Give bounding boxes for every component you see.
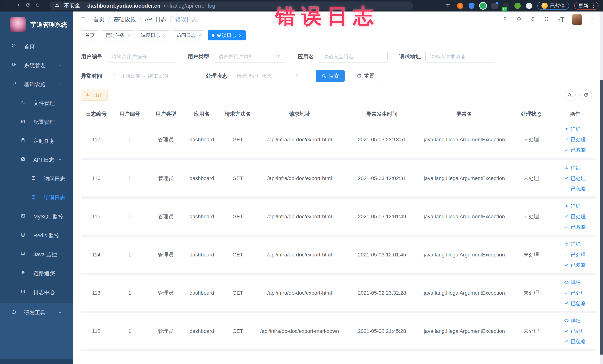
close-icon[interactable]: × bbox=[127, 33, 130, 38]
update-browser-button[interactable]: 更新 bbox=[574, 2, 599, 10]
extension-icon-1[interactable] bbox=[457, 3, 463, 9]
sidebar-item-infrastructure[interactable]: 基础设施 bbox=[0, 75, 73, 94]
check-icon bbox=[564, 339, 569, 344]
extension-icon-2[interactable] bbox=[480, 3, 486, 9]
fullscreen-icon[interactable] bbox=[544, 17, 550, 23]
breadcrumb-separator: / bbox=[108, 16, 110, 23]
sidebar-item-system-management[interactable]: 系统管理 bbox=[0, 56, 73, 75]
search-icon bbox=[568, 93, 572, 97]
sidebar-item-java-monitor[interactable]: Java 监控 bbox=[0, 245, 73, 264]
extension-icon-4[interactable] bbox=[514, 3, 521, 9]
cell-app-name: dashboard bbox=[184, 159, 220, 198]
monitor-icon bbox=[21, 251, 27, 258]
github-icon[interactable] bbox=[517, 17, 523, 23]
cell-log-id: 115 bbox=[81, 198, 112, 236]
detail-link[interactable]: 详细 bbox=[564, 163, 581, 173]
request-url-input[interactable] bbox=[425, 51, 494, 63]
sidebar-item-config-management[interactable]: 配置管理 bbox=[0, 113, 73, 132]
cell-request-url: /api/infra/db-doc/export-html bbox=[256, 274, 343, 312]
exception-time-range-picker[interactable]: 开始日期 - 结束日期 bbox=[107, 70, 194, 82]
extensions-puzzle-icon[interactable] bbox=[526, 3, 532, 9]
sidebar-item-scheduled-tasks[interactable]: 定时任务 bbox=[0, 132, 73, 151]
table-toolbar: 导出 bbox=[81, 89, 596, 101]
edit-icon bbox=[31, 176, 37, 182]
sidebar-item-trace[interactable]: 链路追踪 bbox=[0, 264, 73, 283]
detail-link[interactable]: 详细 bbox=[564, 316, 581, 326]
detail-link[interactable]: 详细 bbox=[564, 201, 581, 211]
cell-actions: 详细 已处理 已忽略 bbox=[555, 274, 596, 312]
bookmark-star-icon[interactable] bbox=[446, 3, 452, 9]
home-button[interactable] bbox=[35, 2, 43, 10]
ignored-link[interactable]: 已忽略 bbox=[564, 260, 586, 270]
detail-link[interactable]: 详细 bbox=[564, 124, 581, 134]
app-name-input[interactable] bbox=[319, 51, 388, 63]
tab-home[interactable]: 首页 bbox=[81, 30, 99, 40]
page-scrollbar[interactable] bbox=[600, 12, 603, 364]
sidebar-item-home[interactable]: 首页 bbox=[0, 37, 73, 56]
user-id-input[interactable] bbox=[107, 51, 176, 63]
search-button[interactable]: 搜索 bbox=[316, 70, 345, 82]
processed-link[interactable]: 已处理 bbox=[564, 250, 586, 260]
reload-button[interactable] bbox=[24, 2, 33, 10]
close-icon[interactable]: × bbox=[198, 33, 201, 38]
ignored-link[interactable]: 已忽略 bbox=[564, 222, 586, 232]
tab-error-log[interactable]: 错误日志 × bbox=[208, 30, 246, 40]
app-logo-row[interactable]: 芋道管理系统 bbox=[0, 12, 73, 37]
sidebar-item-redis-monitor[interactable]: Redis 监控 bbox=[0, 226, 73, 245]
sidebar-item-access-log[interactable]: 访问日志 bbox=[0, 169, 73, 188]
hide-search-button[interactable] bbox=[564, 89, 576, 101]
sidebar-item-api-log[interactable]: API 日志 bbox=[0, 151, 73, 169]
scrollbar-thumb[interactable] bbox=[600, 80, 603, 354]
extension-shield-icon[interactable] bbox=[468, 3, 475, 9]
breadcrumb-api-log[interactable]: API 日志 bbox=[145, 16, 166, 23]
sidebar-item-dev-tools[interactable]: 研发工具 bbox=[0, 303, 73, 322]
avatar[interactable] bbox=[572, 14, 582, 25]
breadcrumb-infrastructure[interactable]: 基础设施 bbox=[114, 16, 136, 23]
extension-icon-3[interactable]: on bbox=[503, 3, 509, 9]
close-icon[interactable]: × bbox=[163, 33, 165, 38]
check-icon bbox=[564, 329, 569, 334]
breadcrumb-home[interactable]: 首页 bbox=[93, 16, 104, 23]
hamburger-icon[interactable] bbox=[81, 17, 87, 23]
processed-link[interactable]: 已处理 bbox=[564, 212, 586, 221]
ignored-link[interactable]: 已忽略 bbox=[564, 337, 586, 346]
cell-user-id: 1 bbox=[112, 236, 148, 274]
table-row: 112 1 管理员 dashboard GET /api/infra/db-do… bbox=[81, 312, 596, 350]
filter-row-1: 用户编号 用户类型 请选择用户类型 应用名 bbox=[81, 51, 596, 63]
back-button[interactable] bbox=[4, 2, 13, 10]
close-icon[interactable]: × bbox=[239, 33, 242, 38]
processed-link[interactable]: 已处理 bbox=[564, 288, 586, 298]
process-status-select[interactable]: 请选择处理状态 bbox=[232, 70, 304, 82]
ignored-link[interactable]: 已忽略 bbox=[564, 145, 586, 155]
tab-access-log[interactable]: 访问日志 × bbox=[172, 30, 205, 40]
sidebar-item-log-center[interactable]: 日志中心 bbox=[0, 283, 73, 302]
check-icon bbox=[564, 291, 569, 295]
browser-menu-icon[interactable] bbox=[592, 3, 594, 9]
sidebar-item-mysql-monitor[interactable]: MySQL 监控 bbox=[0, 207, 73, 226]
detail-link[interactable]: 详细 bbox=[564, 240, 581, 249]
sidebar-item-error-log[interactable]: 错误日志 bbox=[0, 188, 73, 207]
sidebar-item-file-management[interactable]: 文件管理 bbox=[0, 94, 73, 113]
ignored-link[interactable]: 已忽略 bbox=[564, 184, 586, 194]
export-button[interactable]: 导出 bbox=[81, 90, 107, 101]
reset-button[interactable]: 重置 bbox=[351, 70, 380, 82]
chevron-down-icon[interactable] bbox=[590, 17, 596, 23]
cell-actions: 详细 已处理 已忽略 bbox=[555, 312, 596, 350]
font-size-icon[interactable]: TT bbox=[558, 16, 564, 23]
forward-button[interactable] bbox=[14, 2, 23, 10]
search-icon[interactable] bbox=[503, 17, 509, 23]
ignored-link[interactable]: 已忽略 bbox=[564, 299, 586, 308]
tab-schedule-log[interactable]: 调度日志 × bbox=[137, 30, 170, 40]
cell-exception-name: java.lang.IllegalArgumentException bbox=[421, 198, 508, 236]
help-icon[interactable] bbox=[531, 17, 536, 23]
detail-link[interactable]: 详细 bbox=[564, 278, 581, 287]
extension-grid-icon[interactable] bbox=[491, 3, 498, 9]
tab-scheduled-tasks[interactable]: 定时任务 × bbox=[101, 30, 134, 40]
processed-link[interactable]: 已处理 bbox=[564, 174, 586, 183]
end-date-placeholder: 结束日期 bbox=[148, 73, 168, 79]
processed-link[interactable]: 已处理 bbox=[564, 326, 586, 336]
paused-extension-badge[interactable]: 已暂停 bbox=[537, 2, 569, 10]
processed-link[interactable]: 已处理 bbox=[564, 135, 586, 144]
user-type-select[interactable]: 请选择用户类型 bbox=[214, 51, 286, 63]
refresh-table-button[interactable] bbox=[580, 89, 592, 101]
